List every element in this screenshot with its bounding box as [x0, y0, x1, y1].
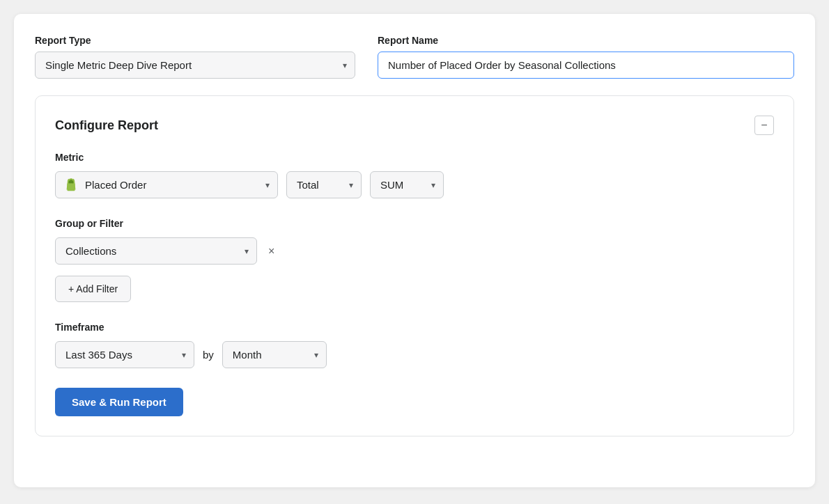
configure-section: Configure Report − Metric: [35, 95, 794, 436]
save-run-button[interactable]: Save & Run Report: [55, 388, 183, 416]
report-name-input[interactable]: [378, 52, 794, 79]
collapse-button[interactable]: −: [754, 116, 774, 135]
total-select[interactable]: Total Unique Average: [286, 171, 362, 198]
collections-select-wrapper: Collections Product Variant Customer ▾: [55, 237, 257, 265]
collections-select[interactable]: Collections Product Variant Customer: [55, 237, 257, 265]
report-name-group: Report Name: [378, 35, 794, 79]
configure-header: Configure Report −: [55, 116, 774, 135]
group-filter-label: Group or Filter: [55, 218, 774, 229]
collapse-icon: −: [761, 119, 767, 132]
report-type-select[interactable]: Single Metric Deep Dive Report Multi Met…: [35, 52, 355, 79]
timeframe-row: Last 365 Days Last 30 Days Last 90 Days …: [55, 341, 774, 368]
remove-filter-button[interactable]: ×: [265, 242, 277, 260]
placed-order-wrapper: Placed Order Revenue Refunds ▾: [55, 171, 278, 198]
group-filter-row: Collections Product Variant Customer ▾ ×: [55, 237, 774, 265]
period-select[interactable]: Last 365 Days Last 30 Days Last 90 Days …: [55, 341, 194, 368]
metric-select[interactable]: Placed Order Revenue Refunds: [55, 171, 278, 198]
by-label: by: [203, 349, 214, 361]
total-select-wrapper: Total Unique Average ▾: [286, 171, 362, 198]
top-row: Report Type Single Metric Deep Dive Repo…: [35, 35, 794, 79]
report-name-label: Report Name: [378, 35, 794, 46]
report-type-select-wrapper: Single Metric Deep Dive Report Multi Met…: [35, 52, 355, 79]
granularity-select[interactable]: Month Week Day Quarter: [222, 341, 327, 368]
metric-row: Placed Order Revenue Refunds ▾ Total Uni…: [55, 171, 774, 198]
group-filter-section: Group or Filter Collections Product Vari…: [55, 218, 774, 322]
close-icon: ×: [268, 245, 274, 258]
timeframe-label: Timeframe: [55, 322, 774, 333]
report-type-group: Report Type Single Metric Deep Dive Repo…: [35, 35, 355, 79]
configure-title: Configure Report: [55, 118, 158, 133]
add-filter-button[interactable]: + Add Filter: [55, 276, 131, 302]
metric-label: Metric: [55, 152, 774, 163]
period-select-wrapper: Last 365 Days Last 30 Days Last 90 Days …: [55, 341, 194, 368]
report-type-label: Report Type: [35, 35, 355, 46]
timeframe-section: Timeframe Last 365 Days Last 30 Days Las…: [55, 322, 774, 368]
agg-select-wrapper: SUM AVG COUNT ▾: [370, 171, 444, 198]
page-container: Report Type Single Metric Deep Dive Repo…: [14, 14, 815, 487]
metric-section: Metric Placed Order: [55, 152, 774, 198]
granularity-select-wrapper: Month Week Day Quarter ▾: [222, 341, 327, 368]
agg-select[interactable]: SUM AVG COUNT: [370, 171, 444, 198]
